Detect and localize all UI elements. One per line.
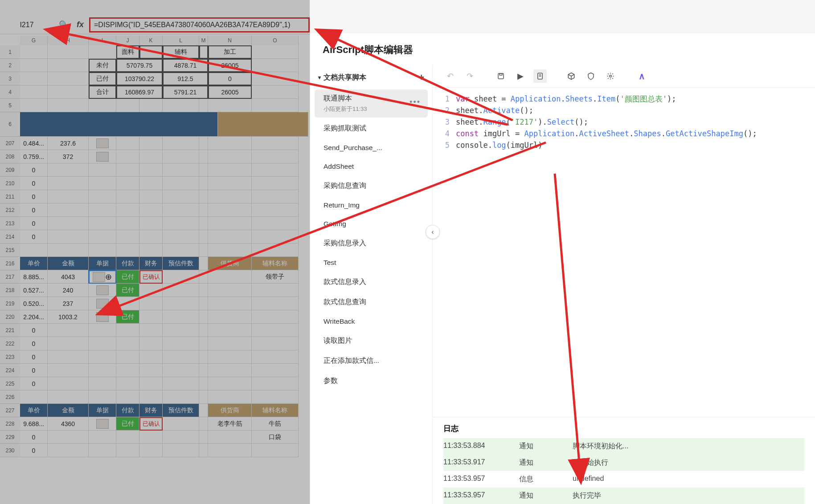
cell[interactable]	[163, 190, 199, 203]
cell[interactable]: 0	[20, 324, 48, 337]
cell[interactable]	[139, 324, 163, 337]
cell[interactable]	[116, 190, 139, 203]
cell[interactable]	[252, 310, 299, 324]
cell[interactable]	[252, 390, 299, 404]
cell-header[interactable]: 付款	[116, 257, 139, 270]
cell[interactable]	[199, 390, 208, 404]
cell[interactable]: 已确认	[139, 417, 163, 431]
row-header[interactable]: 5	[0, 99, 20, 112]
cell[interactable]	[199, 310, 208, 324]
row-header[interactable]: 225	[0, 377, 20, 390]
row-header[interactable]: 214	[0, 230, 20, 244]
fx-icon[interactable]: fx	[77, 20, 84, 29]
cell[interactable]: 0.484...	[20, 137, 48, 150]
cell[interactable]	[163, 390, 199, 404]
cell[interactable]	[163, 310, 199, 324]
row-header[interactable]: 212	[0, 203, 20, 217]
row-header[interactable]: 1	[0, 45, 20, 59]
cell[interactable]	[199, 350, 208, 364]
cell-header[interactable]: 预估件数	[163, 257, 199, 270]
cell[interactable]	[139, 190, 163, 203]
cell[interactable]	[139, 337, 163, 350]
cell[interactable]: 0	[20, 350, 48, 364]
cell[interactable]	[48, 364, 89, 377]
cell-header[interactable]: 预估件数	[163, 404, 199, 417]
row-header[interactable]: 2	[0, 59, 20, 72]
cell[interactable]	[199, 163, 208, 177]
col-header[interactable]: J	[116, 36, 139, 45]
search-icon[interactable]: 🔍	[59, 20, 69, 30]
cell[interactable]: 57079.75	[116, 59, 163, 72]
cell[interactable]	[48, 190, 89, 203]
cell[interactable]	[116, 163, 139, 177]
cell[interactable]	[116, 324, 139, 337]
code-content[interactable]: var sheet = Application.Sheets.Item('颜图图…	[456, 93, 815, 411]
row-header[interactable]: 219	[0, 297, 20, 310]
cell[interactable]	[116, 177, 139, 190]
cell[interactable]	[89, 217, 116, 230]
cell[interactable]: 0	[20, 431, 48, 444]
cell[interactable]: 4043	[48, 270, 89, 284]
cell[interactable]	[252, 350, 299, 364]
cell[interactable]	[199, 150, 208, 163]
cell[interactable]	[89, 364, 116, 377]
cell[interactable]	[163, 417, 199, 431]
cell[interactable]: 0.520...	[20, 297, 48, 310]
row-header[interactable]: 216	[0, 257, 20, 270]
script-item[interactable]: 参数	[315, 372, 428, 390]
script-item[interactable]: GetImg	[315, 215, 428, 232]
script-item[interactable]: WriteBack	[315, 313, 428, 330]
cell[interactable]	[116, 444, 139, 457]
cell[interactable]	[252, 284, 299, 297]
script-item[interactable]: 采购信息查询	[315, 177, 428, 195]
cell[interactable]	[252, 244, 299, 257]
cell[interactable]	[116, 350, 139, 364]
cell[interactable]	[252, 444, 299, 457]
row-header[interactable]: 217	[0, 270, 20, 284]
cell[interactable]	[163, 150, 199, 163]
more-icon[interactable]: •••	[410, 98, 421, 107]
cell[interactable]: 0	[20, 217, 48, 230]
script-item[interactable]: Test	[315, 254, 428, 271]
redo-button[interactable]: ↷	[463, 69, 476, 83]
cell[interactable]: 0	[208, 72, 252, 85]
cell[interactable]: 2.204...	[20, 310, 48, 324]
cell[interactable]	[89, 324, 116, 337]
script-item[interactable]: 款式信息录入	[315, 273, 428, 291]
cell[interactable]	[116, 390, 139, 404]
row-header[interactable]: 4	[0, 85, 20, 99]
cell[interactable]	[48, 244, 89, 257]
cell[interactable]	[139, 364, 163, 377]
script-item[interactable]: 款式信息查询	[315, 293, 428, 311]
cell[interactable]	[208, 190, 252, 203]
cell[interactable]	[89, 150, 116, 163]
cell[interactable]	[116, 203, 139, 217]
row-header[interactable]: 210	[0, 177, 20, 190]
cell[interactable]	[89, 190, 116, 203]
col-header[interactable]: H	[48, 36, 89, 45]
cell[interactable]: 口袋	[252, 431, 299, 444]
cell[interactable]	[139, 377, 163, 390]
cell[interactable]: 面料	[116, 45, 139, 59]
cell[interactable]: 26005	[208, 59, 252, 72]
cell[interactable]: 0	[20, 177, 48, 190]
cell[interactable]: 0.759...	[20, 150, 48, 163]
cell[interactable]	[89, 431, 116, 444]
cell[interactable]	[199, 217, 208, 230]
cell[interactable]	[163, 270, 199, 284]
undo-button[interactable]: ↶	[443, 69, 457, 83]
cell[interactable]	[89, 177, 116, 190]
cell[interactable]: 已付	[116, 270, 139, 284]
cell[interactable]	[252, 150, 299, 163]
row-header[interactable]: 220	[0, 310, 20, 324]
cell[interactable]	[116, 377, 139, 390]
cell[interactable]	[89, 337, 116, 350]
cell[interactable]	[139, 444, 163, 457]
script-item[interactable]: Send_Purchase_...	[315, 139, 428, 156]
cell[interactable]	[163, 350, 199, 364]
cell[interactable]	[208, 150, 252, 163]
cell[interactable]	[89, 163, 116, 177]
cell-header[interactable]: 金额	[48, 404, 89, 417]
script-item[interactable]: 采购抓取测试	[315, 119, 428, 138]
col-header[interactable]: L	[163, 36, 199, 45]
